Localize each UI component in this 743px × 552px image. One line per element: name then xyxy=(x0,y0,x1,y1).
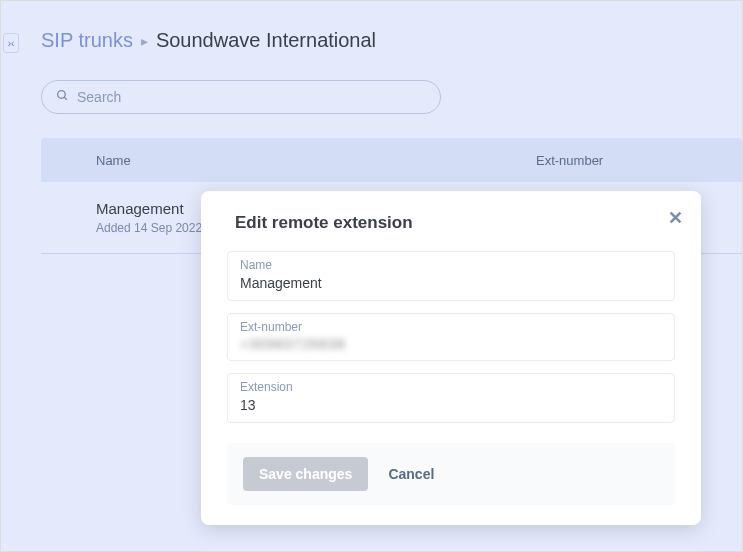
edit-extension-modal: ✕ Edit remote extension Name Ext-number … xyxy=(201,191,701,525)
sidebar-collapse-button[interactable]: ›‹ xyxy=(3,33,19,53)
breadcrumb-parent-link[interactable]: SIP trunks xyxy=(41,29,133,52)
extension-field-label: Extension xyxy=(240,380,662,394)
svg-point-0 xyxy=(58,91,66,99)
name-field-label: Name xyxy=(240,258,662,272)
modal-title: Edit remote extension xyxy=(227,213,675,233)
close-icon[interactable]: ✕ xyxy=(668,207,683,229)
extension-field[interactable] xyxy=(240,397,662,413)
chevron-right-icon: ▸ xyxy=(141,33,148,49)
save-button[interactable]: Save changes xyxy=(243,457,368,491)
search-input[interactable] xyxy=(77,89,426,105)
name-field[interactable] xyxy=(240,275,662,291)
name-field-wrap[interactable]: Name xyxy=(227,251,675,301)
modal-footer: Save changes Cancel xyxy=(227,443,675,505)
cancel-button[interactable]: Cancel xyxy=(388,466,434,482)
breadcrumb: SIP trunks ▸ Soundwave International xyxy=(41,29,742,52)
breadcrumb-current: Soundwave International xyxy=(156,29,376,52)
extension-field-wrap[interactable]: Extension xyxy=(227,373,675,423)
search-box[interactable] xyxy=(41,80,441,114)
extnumber-field-wrap[interactable]: Ext-number +30983726838 xyxy=(227,313,675,361)
table-header: Name Ext-number xyxy=(41,138,742,182)
extnumber-field[interactable]: +30983726838 xyxy=(240,336,662,352)
search-icon xyxy=(56,89,69,105)
column-header-name: Name xyxy=(96,153,536,168)
column-header-ext: Ext-number xyxy=(536,153,687,168)
svg-line-1 xyxy=(64,97,67,100)
extnumber-field-label: Ext-number xyxy=(240,320,662,334)
